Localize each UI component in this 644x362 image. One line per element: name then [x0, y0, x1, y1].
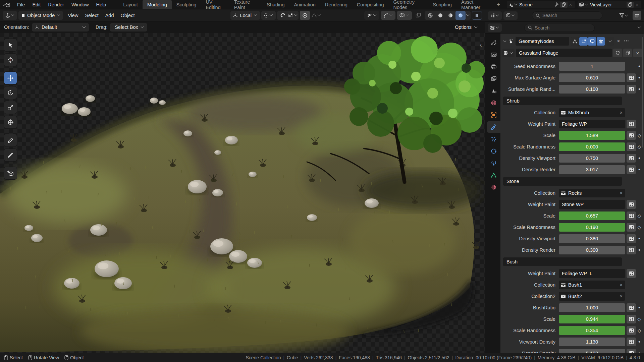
gizmo-dropdown[interactable]	[381, 11, 395, 20]
tool-move-button[interactable]	[4, 72, 17, 84]
shading-wireframe-button[interactable]	[425, 11, 435, 20]
tool-select-box-button[interactable]	[4, 39, 17, 51]
proportional-edit-toggle[interactable]	[300, 11, 310, 20]
scene-browse-chevron[interactable]	[514, 2, 518, 5]
mode-dropdown[interactable]: Object Mode	[18, 11, 63, 20]
outliner-display-mode-dropdown[interactable]	[503, 11, 518, 20]
tool-scale-button[interactable]	[4, 101, 17, 114]
scene-icon[interactable]	[508, 2, 514, 7]
properties-tab-tool[interactable]	[487, 37, 500, 48]
outliner-filter-dropdown[interactable]	[617, 11, 631, 20]
properties-tab-world[interactable]	[487, 97, 500, 109]
properties-scrollbar[interactable]	[642, 37, 643, 147]
param-number-field[interactable]: 0.610	[559, 73, 625, 82]
param-number-field[interactable]: 0.300	[559, 246, 625, 254]
tool-cursor-button[interactable]	[4, 54, 17, 66]
param-collection-field[interactable]: MidShrub×	[559, 108, 625, 117]
options-dropdown[interactable]: Options	[450, 23, 481, 32]
input-attribute-toggle[interactable]	[627, 338, 636, 346]
animate-decorator[interactable]: •	[636, 339, 643, 345]
param-text-field[interactable]: Foliage WP_L	[559, 269, 625, 278]
snap-toggle-button[interactable]	[278, 11, 288, 20]
modifier-delete-button[interactable]: ×	[615, 38, 622, 44]
editor-type-button[interactable]	[3, 11, 17, 20]
tab-compositing[interactable]: Compositing	[352, 0, 389, 9]
properties-tab-constraints[interactable]	[487, 158, 500, 169]
tool-transform-button[interactable]	[4, 116, 17, 128]
visibility-dropdown[interactable]	[364, 11, 379, 20]
viewport-render-pause-button[interactable]	[472, 11, 482, 20]
tool-add-cube-button[interactable]	[4, 167, 17, 179]
modifier-render-toggle[interactable]	[597, 37, 605, 46]
param-number-field[interactable]: 1	[559, 62, 625, 71]
modifier-drag-handle[interactable]	[624, 40, 629, 43]
animate-decorator[interactable]: •	[636, 155, 643, 162]
properties-tab-particles[interactable]	[487, 133, 500, 145]
input-attribute-toggle[interactable]	[627, 269, 636, 278]
pivot-point-dropdown[interactable]	[261, 11, 276, 20]
tool-rotate-button[interactable]	[4, 86, 17, 99]
viewport-menu-select[interactable]: Select	[82, 12, 102, 19]
properties-tab-material[interactable]	[487, 182, 500, 193]
input-attribute-toggle[interactable]	[627, 85, 636, 94]
input-attribute-toggle[interactable]	[627, 326, 636, 335]
properties-options-chevron[interactable]	[638, 25, 641, 28]
tab-texture-paint[interactable]: Texture Paint	[229, 0, 262, 9]
tab-asset-manager[interactable]: Asset Manager	[457, 0, 493, 9]
pin-icon[interactable]	[555, 2, 559, 7]
modifier-viewport-toggle[interactable]	[588, 37, 596, 46]
viewport-menu-object[interactable]: Object	[117, 12, 138, 19]
input-attribute-toggle[interactable]	[627, 73, 636, 82]
shading-solid-button[interactable]	[435, 11, 445, 20]
animate-decorator[interactable]: •	[636, 166, 643, 173]
modifier-editmode-toggle[interactable]	[571, 37, 579, 46]
fake-user-button[interactable]	[613, 49, 622, 57]
tab-modeling[interactable]: Modeling	[143, 0, 172, 9]
param-text-field[interactable]: Foliage WP	[559, 120, 625, 128]
tab-scripting[interactable]: Scripting	[428, 0, 457, 9]
tool-orientation-dropdown[interactable]: Default	[32, 23, 89, 32]
topbar-menu-help[interactable]: Help	[93, 1, 110, 8]
modifier-extras-dropdown[interactable]	[606, 37, 614, 46]
node-group-unlink-button[interactable]: ×	[633, 49, 642, 57]
input-attribute-toggle[interactable]	[627, 120, 636, 128]
tab-shading[interactable]: Shading	[262, 0, 289, 9]
properties-search-input[interactable]: Search	[524, 24, 595, 32]
properties-tab-output[interactable]	[487, 61, 500, 72]
xray-toggle[interactable]	[413, 11, 423, 20]
scene-copy-button[interactable]	[560, 2, 568, 8]
param-collection-field[interactable]: Rocks×	[559, 189, 625, 197]
param-slider[interactable]: 0.354	[559, 326, 625, 335]
sidebar-collapse-arrow[interactable]: ‹	[480, 41, 482, 49]
viewlayer-copy-button[interactable]	[627, 2, 634, 8]
scene-name[interactable]: Scene	[518, 2, 555, 7]
animate-decorator[interactable]: ◇	[636, 328, 643, 333]
modifier-cage-toggle[interactable]	[579, 37, 588, 46]
viewlayer-icon[interactable]	[579, 2, 584, 7]
viewport-canvas[interactable]: ‹	[0, 33, 485, 353]
topbar-menu-render[interactable]: Render	[44, 1, 68, 8]
collection-unlink-button[interactable]: ×	[620, 110, 623, 115]
param-text-field[interactable]: Stone WP	[559, 200, 625, 209]
param-number-field[interactable]: 1.130	[559, 338, 625, 346]
input-attribute-toggle[interactable]	[627, 234, 636, 243]
shading-rendered-button[interactable]	[455, 11, 466, 20]
properties-tab-physics[interactable]	[487, 145, 500, 157]
input-attribute-toggle[interactable]	[627, 154, 636, 163]
param-slider[interactable]: 0.657	[559, 212, 625, 220]
properties-tab-modifiers[interactable]	[487, 121, 500, 133]
properties-editor-type-button[interactable]	[488, 23, 502, 32]
outliner-editor-type-button[interactable]	[488, 11, 502, 20]
collection-unlink-button[interactable]: ×	[620, 282, 623, 288]
outliner-search-input[interactable]: Search	[532, 11, 602, 19]
input-attribute-toggle[interactable]	[627, 142, 636, 151]
param-collection-field[interactable]: Bush2×	[559, 292, 625, 301]
param-slider[interactable]: 0.000	[559, 142, 625, 151]
param-number-field[interactable]: 3.017	[559, 165, 625, 174]
input-attribute-toggle[interactable]	[627, 303, 636, 312]
input-attribute-toggle[interactable]	[627, 165, 636, 174]
param-number-field[interactable]: 0.100	[559, 85, 625, 94]
param-collection-field[interactable]: Bush1×	[559, 281, 625, 289]
properties-tab-object[interactable]	[487, 109, 500, 121]
param-slider[interactable]: 1.589	[559, 131, 625, 140]
